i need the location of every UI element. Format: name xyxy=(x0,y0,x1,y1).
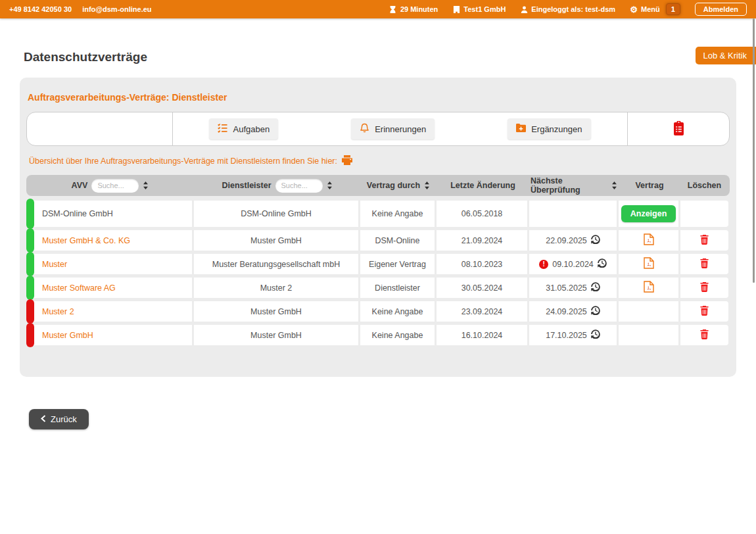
letzte-aenderung-cell: 23.09.2024 xyxy=(437,301,529,322)
avv-header-label: AVV xyxy=(72,181,88,190)
panel-heading: Auftragsverarbeitungs-Verträge: Dienstle… xyxy=(28,92,730,103)
dienstleister-cell: Muster GmbH xyxy=(194,325,360,345)
vertrag-durch-value: DSM-Online xyxy=(375,236,419,245)
history-icon[interactable] xyxy=(591,282,600,293)
naechste-pruefung-cell: ! 31.05.2025 xyxy=(529,278,619,298)
aufgaben-label: Aufgaben xyxy=(233,124,270,134)
column-header-vertrag-durch: Vertrag durch xyxy=(360,181,437,190)
erinnerungen-button[interactable]: Erinnerungen xyxy=(351,118,435,139)
history-icon[interactable] xyxy=(591,329,600,341)
vertrag-cell: Anzeigen xyxy=(619,278,680,298)
sort-icon-dienstleister[interactable] xyxy=(327,182,333,189)
avv-name[interactable]: DSM-Online GmbH xyxy=(42,209,113,218)
dienstleister-name: Muster GmbH xyxy=(250,236,302,245)
history-icon[interactable] xyxy=(598,258,607,270)
dienstleister-search-input[interactable] xyxy=(275,179,323,193)
history-icon[interactable] xyxy=(591,306,600,317)
naechste-pruefung-date: 17.10.2025 xyxy=(546,331,587,340)
vertrag-cell: Anzeigen xyxy=(619,325,680,345)
avv-name[interactable]: Muster GmbH xyxy=(42,331,93,340)
dienstleister-header-label: Dienstleister xyxy=(222,181,271,190)
sort-icon-naechste-ueberpruefung[interactable] xyxy=(611,182,617,189)
ergaenzungen-label: Ergänzungen xyxy=(531,124,582,134)
vertrag-durch-cell: Keine Angabe xyxy=(360,325,437,345)
phone-number[interactable]: +49 8142 42050 30 xyxy=(9,5,72,13)
table-row: Muster Software AG Muster 2 Dienstleiste… xyxy=(26,278,730,298)
back-button[interactable]: Zurück xyxy=(29,409,89,429)
status-bar xyxy=(26,299,34,324)
dienstleister-name: Muster GmbH xyxy=(250,307,302,316)
ergaenzungen-button[interactable]: Ergänzungen xyxy=(508,118,590,139)
vertrag-durch-cell: Keine Angabe xyxy=(360,301,437,322)
clipboard-icon xyxy=(673,128,684,137)
vertrag-cell: Anzeigen xyxy=(619,230,680,251)
table-header: AVV Dienstleister Vertrag durch Letzte Ä… xyxy=(26,175,730,196)
sort-icon-vertrag-durch[interactable] xyxy=(424,182,430,189)
vertrag-durch-value: Keine Angabe xyxy=(372,209,423,218)
table-row: Muster Muster Beratungsgesellschaft mbH … xyxy=(26,254,730,274)
bell-icon xyxy=(360,123,369,135)
vertrag-durch-cell: DSM-Online xyxy=(360,230,437,251)
feedback-button[interactable]: Lob & Kritik xyxy=(696,47,756,64)
column-header-naechste-ueberpruefung: Nächste Überprüfung xyxy=(529,176,619,195)
avv-search-input[interactable] xyxy=(91,179,139,193)
chevron-left-icon xyxy=(41,414,46,424)
printer-icon[interactable] xyxy=(342,155,352,167)
letzte-aenderung-cell: 16.10.2024 xyxy=(437,325,529,345)
status-bar xyxy=(26,199,34,229)
avv-name[interactable]: Muster Software AG xyxy=(42,283,116,293)
status-bar xyxy=(26,228,34,253)
avv-name[interactable]: Muster GmbH & Co. KG xyxy=(42,236,130,245)
sort-icon-avv[interactable] xyxy=(143,182,149,189)
folder-plus-icon xyxy=(516,123,526,135)
trash-icon[interactable] xyxy=(700,235,709,247)
dienstleister-cell: Muster 2 xyxy=(194,278,360,298)
trash-icon[interactable] xyxy=(700,306,709,318)
letzte-aenderung-cell: 06.05.2018 xyxy=(437,201,529,227)
status-bar xyxy=(26,252,34,276)
vertrag-cell: Anzeigen xyxy=(619,301,680,322)
table-row: Muster GmbH & Co. KG Muster GmbH DSM-Onl… xyxy=(26,230,730,251)
loeschen-cell xyxy=(680,301,728,322)
letzte-aenderung-date: 21.09.2024 xyxy=(461,236,503,245)
naechste-pruefung-date: 22.09.2025 xyxy=(546,236,587,245)
table-row: Muster GmbH Muster GmbH Keine Angabe 16.… xyxy=(26,325,730,345)
company-menu[interactable]: Test1 GmbH xyxy=(452,5,506,13)
avv-name[interactable]: Muster 2 xyxy=(42,307,74,316)
history-icon[interactable] xyxy=(591,235,600,246)
scrollbar-thumb[interactable] xyxy=(753,18,755,283)
anzeigen-button[interactable]: Anzeigen xyxy=(621,205,676,222)
email-link[interactable]: info@dsm-online.eu xyxy=(82,5,151,13)
notification-badge[interactable]: 1 xyxy=(666,3,680,15)
pdf-icon[interactable] xyxy=(644,257,654,271)
vertrag-cell: Anzeigen xyxy=(619,201,680,227)
loeschen-header-label: Löschen xyxy=(688,181,721,190)
trash-icon[interactable] xyxy=(700,282,709,294)
toolbar-empty-section xyxy=(27,112,173,145)
aufgaben-button[interactable]: Aufgaben xyxy=(209,118,278,139)
dienstleister-name: Muster GmbH xyxy=(250,331,302,340)
avv-cell: DSM-Online GmbH xyxy=(26,201,194,227)
naechste-pruefung-cell: ! xyxy=(529,201,619,227)
vertrag-durch-cell: Dienstleister xyxy=(360,278,437,298)
dienstleister-name: Muster 2 xyxy=(260,283,293,293)
trash-icon[interactable] xyxy=(700,258,709,270)
avv-name[interactable]: Muster xyxy=(42,260,67,269)
building-icon xyxy=(452,5,460,13)
dienstleister-cell: Muster GmbH xyxy=(194,230,360,251)
naechste-pruefung-date: 24.09.2025 xyxy=(546,307,587,316)
loeschen-cell xyxy=(680,278,728,298)
vertrag-durch-cell: Eigener Vertrag xyxy=(360,254,437,274)
trash-icon[interactable] xyxy=(700,329,709,341)
dienstleister-cell: DSM-Online GmbH xyxy=(194,201,360,227)
table-row: DSM-Online GmbH DSM-Online GmbH Keine An… xyxy=(26,201,730,227)
clipboard-report-button[interactable] xyxy=(673,121,684,137)
logout-button[interactable]: Abmelden xyxy=(695,3,747,16)
info-text: Übersicht über Ihre Auftragsverarbeitung… xyxy=(29,157,337,166)
logged-in-user: Eingeloggt als: test-dsm xyxy=(520,5,615,13)
pdf-icon[interactable] xyxy=(644,233,654,247)
column-header-loeschen: Löschen xyxy=(680,181,728,190)
pdf-icon[interactable] xyxy=(644,281,654,295)
menu-button[interactable]: ⚙ Menü 1 xyxy=(630,3,680,15)
vertrag-durch-value: Keine Angabe xyxy=(372,331,423,340)
